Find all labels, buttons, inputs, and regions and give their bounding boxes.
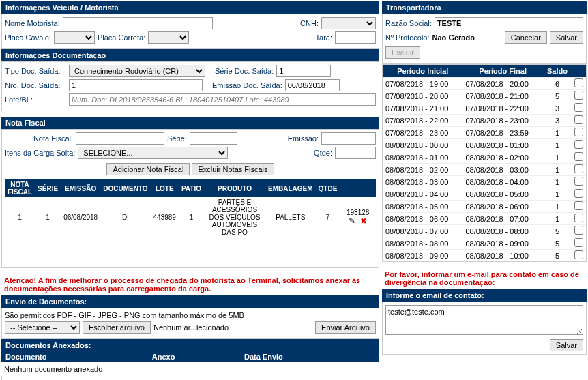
no-docs-text: Nenhum documento anexado — [1, 362, 379, 376]
email-body: teste@teste.com Salvar — [382, 302, 587, 355]
warning-right: Por favor, informar um e-mail para conta… — [382, 267, 587, 289]
schedule-scroll[interactable]: Período Inicial Período Final Saldo 07/0… — [382, 64, 587, 262]
label-nome-motorista: Nome Motorista: — [5, 19, 60, 27]
col-anexo: Anexo — [148, 351, 240, 362]
schedule-checkbox[interactable] — [574, 189, 583, 198]
nf-row-extra: 193128 — [347, 209, 369, 216]
label-nota-fiscal: Nota Fiscal: — [5, 134, 73, 143]
schedule-row: 08/08/2018 - 08:0008/08/2018 - 09:005 — [383, 237, 586, 250]
schedule-checkbox[interactable] — [574, 115, 583, 124]
label-itens-carga: Itens da Carga Solta: — [5, 149, 75, 157]
nf-table: NOTA FISCAL SÉRIE EMISSÃO DOCUMENTO LOTE… — [5, 179, 376, 237]
col-documento: Documento — [1, 351, 148, 362]
upload-hint: São permitidos PDF - GIF - JPEG - PNG co… — [5, 311, 376, 319]
input-qtde[interactable] — [335, 147, 376, 159]
attached-table: Documento Anexo Data Envio Nenhum docume… — [1, 351, 379, 376]
schedule-row: 08/08/2018 - 07:0008/08/2018 - 08:005 — [383, 225, 586, 237]
schedule-row: 07/08/2018 - 19:0007/08/2018 - 20:006 — [383, 78, 586, 90]
delete-button[interactable]: Excluir — [385, 46, 420, 59]
select-file-type[interactable]: -- Selecione -- — [5, 321, 80, 334]
select-itens-carga[interactable]: SELECIONE... — [78, 147, 228, 159]
label-tipo-doc: Tipo Doc. Saída: — [5, 67, 66, 75]
schedule-checkbox[interactable] — [574, 250, 583, 259]
cancel-button[interactable]: Cancelar — [505, 31, 547, 44]
input-nota-fiscal[interactable] — [76, 132, 164, 145]
schedule-row: 07/08/2018 - 23:0007/08/2018 - 23:591 — [383, 127, 586, 139]
upload-header: Envio de Documentos: — [1, 295, 379, 308]
vehicle-header: Informações Veículo / Motorista — [1, 1, 379, 14]
protocolo-value: Não Gerado — [432, 33, 475, 42]
vehicle-body: Nome Motorista: CNH: Placa Cavalo: Placa… — [1, 14, 379, 49]
del-nf-button[interactable]: Excluir Notas Fiscais — [192, 163, 274, 175]
input-serie-doc[interactable] — [276, 65, 331, 77]
input-razao-social[interactable] — [435, 17, 583, 29]
nf-table-row: 1 1 06/08/2018 DI 443989 1 PARTES E ACES… — [5, 197, 376, 237]
delete-icon[interactable]: ✖ — [359, 216, 368, 226]
select-tipo-doc[interactable]: Conhecimento Rodoviário (CR) — [69, 65, 205, 77]
schedule-row: 08/08/2018 - 00:0008/08/2018 - 01:001 — [383, 139, 586, 151]
upload-body: São permitidos PDF - GIF - JPEG - PNG co… — [1, 308, 379, 339]
input-emissao-doc[interactable] — [285, 79, 340, 91]
label-serie: Série: — [167, 134, 187, 143]
docs-body: Tipo Doc. Saída: Conhecimento Rodoviário… — [1, 61, 379, 111]
schedule-checkbox[interactable] — [574, 164, 583, 173]
schedule-checkbox[interactable] — [574, 91, 583, 100]
schedule-checkbox[interactable] — [574, 201, 583, 210]
choose-file-button[interactable]: Escolher arquivo — [83, 321, 151, 334]
select-cnh[interactable] — [321, 17, 376, 29]
label-placa-cavalo: Placa Cavalo: — [5, 33, 51, 42]
schedule-row: 08/08/2018 - 04:0008/08/2018 - 05:001 — [383, 188, 586, 201]
label-protocolo: Nº Protocolo: — [385, 33, 430, 42]
schedule-checkbox[interactable] — [574, 226, 583, 235]
schedule-checkbox[interactable] — [574, 128, 583, 136]
label-qtde: Qtde: — [314, 149, 332, 157]
label-lote-bl: Lote/BL: — [5, 96, 66, 104]
select-placa-carreta[interactable] — [148, 31, 189, 44]
schedule-row: 07/08/2018 - 22:0007/08/2018 - 23:003 — [383, 115, 586, 127]
schedule-row: 07/08/2018 - 21:0007/08/2018 - 22:003 — [383, 102, 586, 115]
input-emissao[interactable] — [321, 132, 376, 145]
docs-header: Informações Documentação — [1, 49, 379, 61]
schedule-table: Período Inicial Período Final Saldo 07/0… — [383, 65, 586, 262]
schedule-row: 08/08/2018 - 06:0008/08/2018 - 07:001 — [383, 213, 586, 225]
input-nome-motorista[interactable] — [63, 17, 213, 29]
schedule-row: 08/08/2018 - 05:0008/08/2018 - 06:001 — [383, 201, 586, 213]
attached-header: Documentos Anexados: — [1, 339, 379, 351]
nf-header: Nota Fiscal — [1, 117, 379, 129]
schedule-checkbox[interactable] — [574, 214, 583, 222]
label-emissao-doc: Emissão Doc. Saída: — [212, 81, 282, 89]
label-placa-carreta: Placa Carreta: — [98, 33, 145, 42]
input-tara[interactable] — [335, 31, 376, 44]
schedule-row: 08/08/2018 - 01:0008/08/2018 - 02:001 — [383, 151, 586, 164]
email-header: Informe o email de contato: — [382, 289, 587, 302]
email-textarea[interactable]: teste@teste.com — [385, 305, 583, 335]
nf-body: Nota Fiscal: Série: Emissão: Itens da Ca… — [1, 129, 379, 268]
label-razao-social: Razão Social: — [385, 19, 432, 27]
schedule-checkbox[interactable] — [574, 177, 583, 186]
add-nf-button[interactable]: Adicionar Nota Fiscal — [106, 163, 190, 175]
label-tara: Tara: — [316, 33, 332, 42]
select-placa-cavalo[interactable] — [54, 31, 95, 44]
schedule-checkbox[interactable] — [574, 140, 583, 149]
schedule-row: 08/08/2018 - 09:0008/08/2018 - 10:005 — [383, 250, 586, 262]
edit-icon[interactable]: ✎ — [347, 216, 357, 226]
carrier-body: Razão Social: Nº Protocolo: Não Gerado C… — [382, 14, 587, 64]
input-serie[interactable] — [190, 132, 237, 145]
schedule-checkbox[interactable] — [574, 152, 583, 161]
schedule-checkbox[interactable] — [574, 238, 583, 247]
label-serie-doc: Série Doc. Saída: — [215, 67, 274, 75]
save-email-button[interactable]: Salvar — [550, 339, 583, 351]
schedule-row: 08/08/2018 - 03:0008/08/2018 - 04:001 — [383, 176, 586, 188]
schedule-checkbox[interactable] — [574, 103, 583, 112]
schedule-checkbox[interactable] — [574, 78, 583, 87]
schedule-row: 07/08/2018 - 20:0007/08/2018 - 21:005 — [383, 90, 586, 102]
label-nro-doc: Nro. Doc. Saída: — [5, 81, 66, 89]
input-nro-doc[interactable] — [69, 79, 203, 91]
schedule-row: 08/08/2018 - 02:0008/08/2018 - 03:001 — [383, 164, 586, 176]
input-lote-bl[interactable] — [69, 93, 376, 106]
nf-table-header: NOTA FISCAL SÉRIE EMISSÃO DOCUMENTO LOTE… — [5, 179, 376, 197]
send-file-button[interactable]: Enviar Arquivo — [315, 321, 376, 334]
col-data-envio: Data Envio — [240, 351, 379, 362]
save-button[interactable]: Salvar — [550, 31, 583, 44]
label-emissao: Emissão: — [288, 134, 319, 143]
